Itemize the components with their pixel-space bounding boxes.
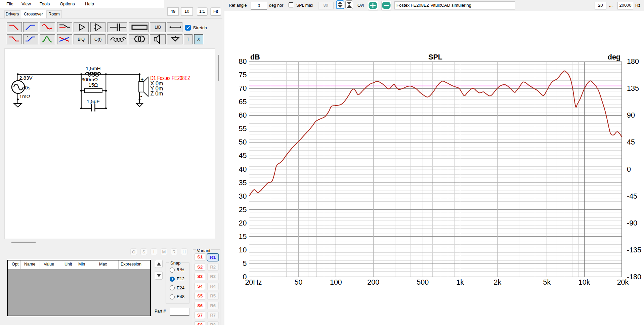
svg-text:20: 20 — [239, 219, 247, 227]
svg-text:-135: -135 — [627, 246, 641, 254]
svg-text:500: 500 — [417, 278, 429, 286]
svg-text:10: 10 — [239, 246, 247, 254]
svg-text:70: 70 — [239, 84, 247, 92]
svg-text:50: 50 — [295, 278, 303, 286]
svg-text:1,5µF: 1,5µF — [87, 98, 100, 104]
svg-text:2k: 2k — [493, 278, 501, 286]
svg-text:80: 80 — [239, 57, 247, 66]
svg-text:5k: 5k — [543, 278, 551, 286]
svg-text:200: 200 — [367, 278, 379, 286]
svg-text:0s: 0s — [25, 85, 30, 90]
svg-text:2,83V: 2,83V — [19, 75, 32, 81]
svg-text:1mΩ: 1mΩ — [19, 93, 30, 99]
svg-text:1k: 1k — [456, 278, 464, 286]
svg-text:45: 45 — [627, 138, 635, 146]
svg-text:50: 50 — [239, 138, 247, 146]
svg-text:40: 40 — [239, 165, 247, 173]
svg-text:15: 15 — [239, 233, 247, 241]
svg-text:180: 180 — [627, 57, 639, 66]
svg-text:135: 135 — [627, 84, 639, 92]
svg-text:0: 0 — [627, 165, 631, 173]
svg-text:30: 30 — [239, 192, 247, 200]
svg-text:100: 100 — [330, 278, 342, 286]
svg-text:deg: deg — [608, 53, 620, 61]
svg-text:15Ω: 15Ω — [88, 82, 98, 88]
svg-text:20k: 20k — [617, 278, 629, 286]
svg-text:-45: -45 — [627, 192, 637, 200]
svg-text:45: 45 — [239, 152, 247, 160]
svg-text:1,5mH: 1,5mH — [86, 66, 100, 71]
svg-text:dB: dB — [250, 53, 260, 61]
svg-text:75: 75 — [239, 71, 247, 79]
svg-text:-180: -180 — [627, 273, 641, 281]
svg-text:90: 90 — [627, 111, 635, 119]
svg-text:65: 65 — [239, 98, 247, 106]
svg-text:+: + — [140, 76, 143, 82]
svg-text:55: 55 — [239, 125, 247, 133]
svg-text:60: 60 — [239, 111, 247, 119]
svg-text:35: 35 — [239, 179, 247, 187]
svg-text:-90: -90 — [627, 219, 637, 227]
svg-text:-: - — [140, 93, 142, 99]
svg-text:Z 0m: Z 0m — [151, 90, 163, 96]
svg-text:5: 5 — [243, 259, 247, 268]
svg-text:SPL: SPL — [428, 53, 442, 61]
svg-text:10k: 10k — [578, 278, 590, 286]
svg-text:25: 25 — [239, 206, 247, 214]
svg-text:20Hz: 20Hz — [245, 278, 262, 286]
